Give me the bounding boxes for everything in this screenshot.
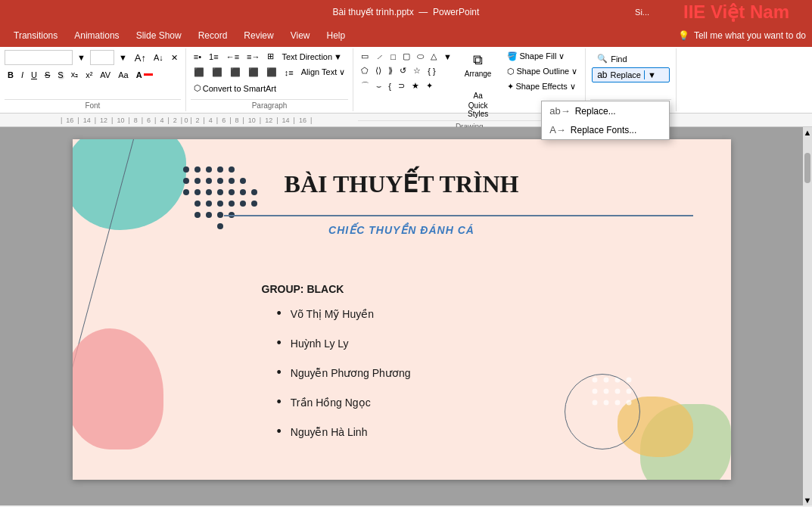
scroll-up-btn[interactable]: ▲ xyxy=(803,127,812,138)
font-size-input[interactable] xyxy=(90,50,114,65)
slide-panel[interactable]: BÀI THUYẾT TRÌNH CHIẾC THUYỀN ĐÁNH CÁ GR… xyxy=(0,127,803,505)
shape-fill-icon: 🪣 xyxy=(507,51,518,61)
list-item-text-3: Trần Hồng Ngọc xyxy=(291,397,371,409)
smartart-icon: ⬡ xyxy=(194,83,201,93)
subscript-btn[interactable]: x₂ xyxy=(68,68,82,81)
decrease-indent-btn[interactable]: ←≡ xyxy=(223,51,242,63)
menu-bar: Transitions Animations Slide Show Record… xyxy=(0,24,812,47)
tell-me-area[interactable]: 💡 Tell me what you want to do xyxy=(678,30,806,41)
rect2-shape-btn[interactable]: □ xyxy=(387,51,399,63)
shape-btn11[interactable]: ☆ xyxy=(410,64,424,77)
line-spacing-btn[interactable]: ↕≡ xyxy=(282,67,297,79)
brand-logo: IIE Việt Nam xyxy=(661,0,812,24)
shape-btn12[interactable]: { } xyxy=(425,65,438,77)
char-spacing-btn[interactable]: AV xyxy=(97,69,114,81)
font-name-dropdown-btn[interactable]: ▼ xyxy=(74,51,89,64)
align-text-btn[interactable]: Align Text ∨ xyxy=(298,66,349,79)
ribbon: ▼ ▼ A↑ A↓ ✕ B I U S S x₂ x² AV Aa A xyxy=(0,47,812,114)
shape-btn5[interactable]: ⬭ xyxy=(414,50,427,63)
menu-animations[interactable]: Animations xyxy=(67,27,126,44)
shape-btn15[interactable]: { xyxy=(385,80,394,92)
shape-btn17[interactable]: ★ xyxy=(409,79,422,92)
svg-point-28 xyxy=(194,212,201,218)
font-name-input[interactable] xyxy=(5,50,73,65)
document-title: Bài thuyết trình.pptx — PowerPoint xyxy=(333,7,480,17)
menu-slideshow[interactable]: Slide Show xyxy=(129,27,189,44)
bold-btn[interactable]: B xyxy=(5,69,17,81)
shape-btn13[interactable]: ⌒ xyxy=(358,79,372,93)
align-center-btn[interactable]: ⬛ xyxy=(209,66,226,79)
justify-btn[interactable]: ⬛ xyxy=(245,66,262,79)
clear-format-btn[interactable]: ✕ xyxy=(168,51,181,64)
shadow-btn[interactable]: S xyxy=(54,69,66,81)
decrease-font-btn[interactable]: A↓ xyxy=(151,51,166,64)
arrange-icon: ⧉ xyxy=(473,52,483,68)
find-btn[interactable]: 🔍 Find xyxy=(592,51,670,66)
replace-item-label-1: Replace Fonts... xyxy=(571,125,636,135)
align-right-btn[interactable]: ⬛ xyxy=(227,66,244,79)
underline-btn[interactable]: U xyxy=(28,69,40,81)
font-group-label: Font xyxy=(5,99,181,110)
rect-shape-btn[interactable]: ▭ xyxy=(358,50,372,63)
vertical-scrollbar[interactable]: ▲ ▼ xyxy=(803,127,812,505)
convert-smartart-btn[interactable]: ⬡ Convert to SmartArt xyxy=(191,82,279,95)
list-item: • Huỳnh Ly Ly xyxy=(277,335,411,351)
shape-fill-btn[interactable]: 🪣 Shape Fill ∨ xyxy=(504,50,580,63)
replace-item-fonts[interactable]: A→ Replace Fonts... xyxy=(542,120,669,139)
rounded-rect-btn[interactable]: ▢ xyxy=(400,50,413,63)
font-size-dropdown-btn[interactable]: ▼ xyxy=(116,51,130,64)
svg-point-12 xyxy=(194,189,201,195)
replace-item-replace[interactable]: ab→ Replace... xyxy=(542,101,669,120)
superscript-btn[interactable]: x² xyxy=(82,69,95,81)
paragraph-group-label: Paragraph xyxy=(191,99,348,110)
menu-record[interactable]: Record xyxy=(191,27,235,44)
replace-dropdown-arrow[interactable]: ▼ xyxy=(644,70,656,79)
shape-effects-btn[interactable]: ✦ Shape Effects ∨ xyxy=(504,80,580,93)
distribute-btn[interactable]: ⬛ xyxy=(263,66,280,79)
italic-btn[interactable]: I xyxy=(18,69,26,81)
svg-point-23 xyxy=(251,201,257,207)
svg-point-9 xyxy=(229,178,235,184)
replace-btn[interactable]: ab Replace ▼ xyxy=(592,67,670,82)
list-item: • Nguyễn Phương Phương xyxy=(277,365,411,381)
slide-title: BÀI THUYẾT TRÌNH xyxy=(285,170,519,198)
text-case-btn[interactable]: Aa xyxy=(115,69,131,81)
shape-btn9[interactable]: ⟫ xyxy=(385,64,396,77)
svg-point-5 xyxy=(183,178,189,184)
menu-help[interactable]: Help xyxy=(319,27,353,44)
shapes-more-btn[interactable]: ▼ xyxy=(440,51,455,63)
quick-styles-label: QuickStyles xyxy=(468,101,488,118)
shape-btn8[interactable]: ⟨⟩ xyxy=(372,64,384,77)
replace-btn-container: ab Replace ▼ ab→ Replace... A→ Replace F… xyxy=(592,67,670,82)
signin-area[interactable]: Si... xyxy=(635,0,649,24)
scroll-thumb[interactable] xyxy=(804,153,810,183)
shape-effects-label: Shape Effects ∨ xyxy=(515,82,575,92)
align-left-btn[interactable]: ⬛ xyxy=(191,66,207,79)
strikethrough-btn[interactable]: S xyxy=(42,69,53,81)
columns-btn[interactable]: ⊞ xyxy=(264,50,277,63)
shape-btn10[interactable]: ↺ xyxy=(397,64,409,77)
svg-point-3 xyxy=(217,166,223,173)
quick-styles-btn[interactable]: Aa QuickStyles xyxy=(464,89,492,120)
shape-btn18[interactable]: ✦ xyxy=(423,79,436,92)
text-direction-btn[interactable]: Text Direction ▼ xyxy=(278,51,345,63)
increase-indent-btn[interactable]: ≡→ xyxy=(244,51,263,63)
arrange-btn[interactable]: ⧉ Arrange xyxy=(458,50,499,88)
menu-transitions[interactable]: Transitions xyxy=(6,27,65,44)
shape-btn7[interactable]: ⬠ xyxy=(358,64,372,77)
scroll-down-btn[interactable]: ▼ xyxy=(803,495,812,505)
svg-point-25 xyxy=(217,212,223,218)
numbering-btn[interactable]: 1≡ xyxy=(206,51,222,63)
shape-outline-btn[interactable]: ⬡ Shape Outline ∨ xyxy=(504,65,580,78)
shape-btn14[interactable]: ⌣ xyxy=(373,79,384,92)
increase-font-btn[interactable]: A↑ xyxy=(132,51,149,65)
menu-review[interactable]: Review xyxy=(236,27,281,44)
list-item-text-1: Huỳnh Ly Ly xyxy=(291,337,349,350)
main-area: BÀI THUYẾT TRÌNH CHIẾC THUYỀN ĐÁNH CÁ GR… xyxy=(0,127,812,505)
bullets-btn[interactable]: ≡• xyxy=(191,51,204,63)
menu-view[interactable]: View xyxy=(283,27,318,44)
font-color-btn[interactable]: A xyxy=(133,69,156,81)
line-shape-btn[interactable]: ⟋ xyxy=(372,51,387,63)
shape-btn16[interactable]: ⊃ xyxy=(395,79,408,92)
shape-btn6[interactable]: △ xyxy=(428,50,440,63)
